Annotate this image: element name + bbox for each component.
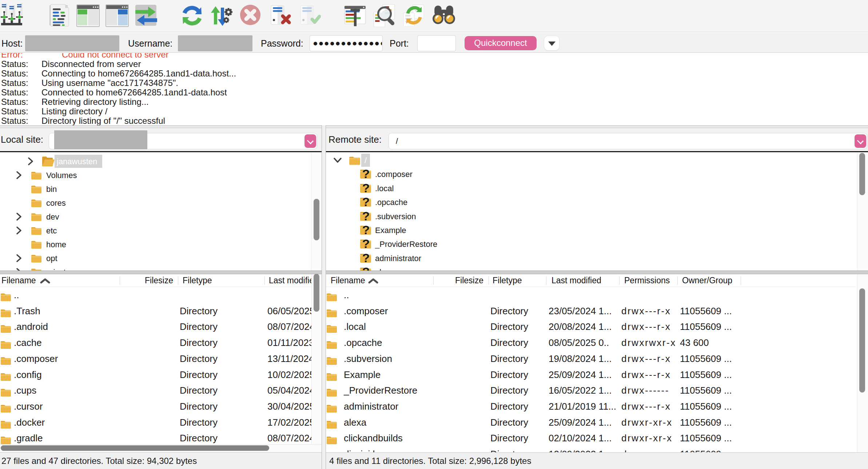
svg-text:?: ? [362,210,370,223]
svg-text:?: ? [362,265,370,271]
svg-text:?: ? [362,237,370,251]
svg-text:?: ? [362,182,370,195]
svg-text:?: ? [362,252,370,265]
svg-text:?: ? [362,168,370,181]
svg-text:?: ? [362,196,370,209]
svg-text:?: ? [362,224,370,237]
